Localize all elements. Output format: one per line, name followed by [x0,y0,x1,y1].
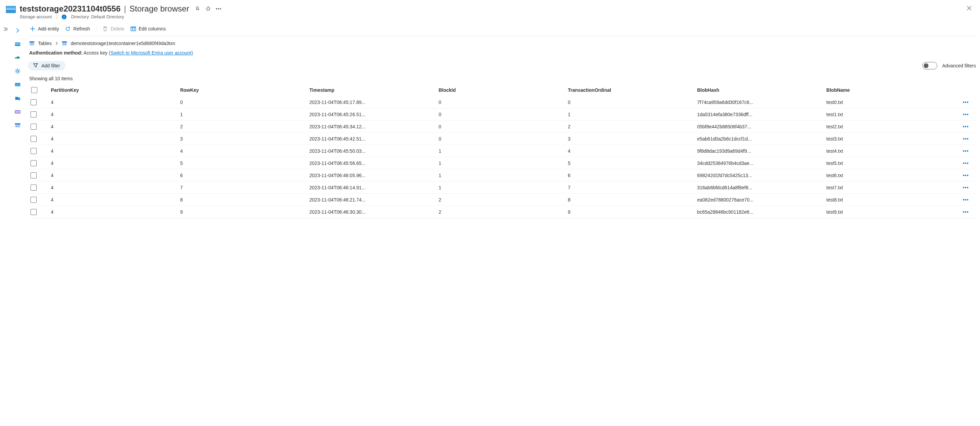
switch-auth-link[interactable]: (Switch to Microsoft Entra user account) [109,50,193,55]
col-blobhash[interactable]: BlobHash [697,87,826,93]
cell-blockid: 0 [439,100,568,105]
breadcrumb: Tables demoteststorage1testcontainer1e5d… [28,36,976,49]
row-more-icon[interactable]: ••• [956,148,976,154]
cell-partitionkey: 4 [51,112,180,117]
row-checkbox[interactable] [30,148,37,154]
favorite-icon[interactable] [205,6,211,11]
col-timestamp[interactable]: Timestamp [309,87,439,93]
table-header-row: PartitionKey RowKey Timestamp BlockId Tr… [28,84,976,96]
refresh-button[interactable]: Refresh [65,26,90,32]
resource-type: Storage account [20,14,52,19]
sidebar-queue-icon[interactable] [14,108,21,116]
sidebar-storage-icon[interactable] [14,40,21,48]
refresh-label: Refresh [73,26,90,32]
add-filter-button[interactable]: Add filter [28,61,65,70]
breadcrumb-tables[interactable]: Tables [38,41,51,46]
svg-rect-1 [6,10,16,13]
row-more-icon[interactable]: ••• [956,173,976,178]
cell-timestamp: 2023-11-04T06:45:42.51... [309,136,439,141]
table-row[interactable]: 482023-11-04T06:46:21.74...28ea082ed7880… [28,194,976,206]
sidebar-gear-icon[interactable] [14,67,21,75]
row-more-icon[interactable]: ••• [956,112,976,117]
row-checkbox[interactable] [30,209,37,215]
col-transactionordinal[interactable]: TransactionOrdinal [568,87,697,93]
cell-blockid: 2 [439,197,568,203]
advanced-filters-toggle[interactable] [922,62,937,70]
expand-chevrons-icon[interactable] [0,22,10,218]
col-partitionkey[interactable]: PartitionKey [51,87,180,93]
row-checkbox[interactable] [30,124,37,130]
svg-rect-6 [15,83,20,86]
sidebar-table-icon[interactable] [14,122,21,129]
table-icon [62,41,67,46]
item-count: Showing all 10 items [28,75,976,84]
cell-partitionkey: 4 [51,185,180,190]
cell-blockid: 1 [439,173,568,178]
row-checkbox[interactable] [30,197,37,203]
table-row[interactable]: 462023-11-04T06:46:05.96...16698242d1fd7… [28,169,976,182]
row-more-icon[interactable]: ••• [956,160,976,166]
table-row[interactable]: 472023-11-04T06:46:14.91...17316ab6bfdcd… [28,182,976,194]
pin-icon[interactable] [195,6,201,11]
svg-rect-25 [62,41,67,43]
svg-rect-12 [19,111,20,113]
close-icon[interactable] [965,4,973,12]
table-row[interactable]: 412023-11-04T06:45:26.51...011da5314efa3… [28,108,976,120]
cell-partitionkey: 4 [51,148,180,154]
info-icon: i [62,14,67,19]
col-rowkey[interactable]: RowKey [180,87,309,93]
svg-rect-10 [16,111,17,113]
cell-blobhash: 1da5314efa380e7336dff... [697,112,826,117]
row-more-icon[interactable]: ••• [956,124,976,129]
row-more-icon[interactable]: ••• [956,197,976,203]
sidebar-container-icon[interactable] [14,81,21,89]
row-checkbox[interactable] [30,173,37,179]
table-row[interactable]: 492023-11-04T06:46:30.30...29bc65a28846b… [28,206,976,218]
cell-blobhash: ea082ed78800276ace70... [697,197,826,203]
refresh-icon [65,26,70,32]
cell-timestamp: 2023-11-04T06:45:17.89... [309,100,439,105]
row-checkbox[interactable] [30,99,37,105]
cell-rowkey: 0 [180,100,309,105]
row-more-icon[interactable]: ••• [956,209,976,215]
cell-blobname: test1.txt [826,112,956,117]
table-icon [29,41,35,46]
col-blockid[interactable]: BlockId [439,87,568,93]
cell-blockid: 0 [439,136,568,141]
row-more-icon[interactable]: ••• [956,185,976,190]
columns-icon [130,26,136,32]
cell-blockid: 2 [439,209,568,215]
sidebar-chevron-icon[interactable] [14,27,21,34]
row-more-icon[interactable]: ••• [956,136,976,141]
sidebar-favorites-icon[interactable] [14,54,21,61]
cell-timestamp: 2023-11-04T06:46:21.74... [309,197,439,203]
table-row[interactable]: 422023-11-04T06:45:34.12...0205bf8e442b8… [28,120,976,133]
trash-icon [102,26,108,32]
entity-table: PartitionKey RowKey Timestamp BlockId Tr… [28,84,976,218]
row-more-icon[interactable]: ••• [956,100,976,105]
row-checkbox[interactable] [30,185,37,191]
table-row[interactable]: 402023-11-04T06:45:17.89...007f74ca959a6… [28,96,976,108]
cell-rowkey: 9 [180,209,309,215]
page-header: teststorage20231104t0556 | Storage brows… [0,0,980,22]
cell-timestamp: 2023-11-04T06:45:26.51... [309,112,439,117]
more-icon[interactable]: ••• [216,6,222,11]
table-row[interactable]: 442023-11-04T06:45:50.03...149f8d8dac193… [28,145,976,157]
edit-columns-button[interactable]: Edit columns [130,26,166,32]
table-row[interactable]: 452023-11-04T06:45:56.65...1534cdd253849… [28,157,976,169]
svg-rect-26 [62,43,67,45]
col-blobname[interactable]: BlobName [826,87,956,93]
table-row[interactable]: 432023-11-04T06:45:42.51...03e5ab61d0a2b… [28,133,976,145]
cell-partitionkey: 4 [51,136,180,141]
select-all-checkbox[interactable] [31,87,37,93]
title-separator: | [124,4,126,14]
add-entity-button[interactable]: Add entity [30,26,59,32]
cell-blobhash: bc65a28846bc901182e6... [697,209,826,215]
row-checkbox[interactable] [30,160,37,166]
directory-label: Directory: Default Directory [71,14,124,19]
row-checkbox[interactable] [30,136,37,142]
cell-blobname: test0.txt [826,100,956,105]
cell-blockid: 1 [439,160,568,166]
row-checkbox[interactable] [30,111,37,117]
sidebar-fileshare-icon[interactable] [14,95,21,102]
